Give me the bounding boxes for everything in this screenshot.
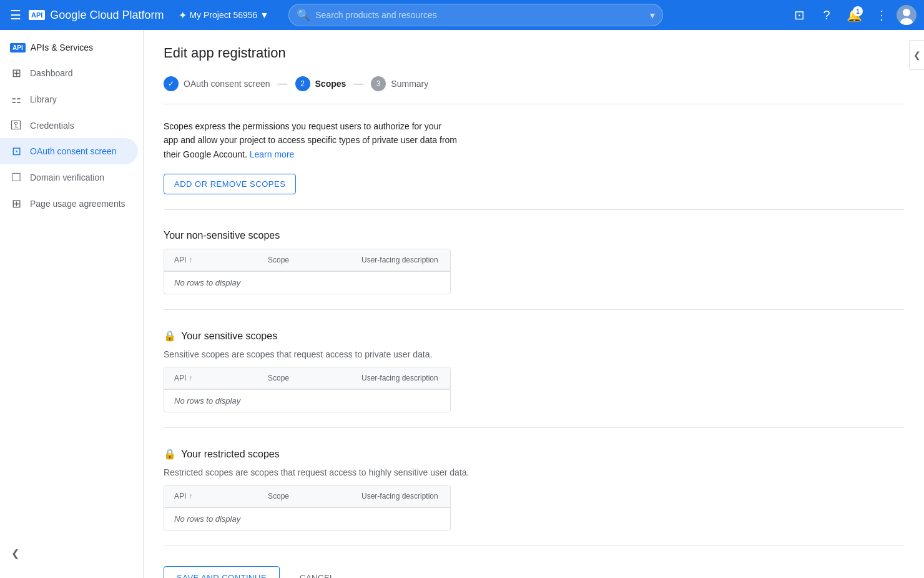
- sidebar-header-label: APIs & Services: [31, 42, 93, 52]
- sidebar-item-label: Domain verification: [30, 172, 104, 182]
- project-dropdown-icon: ▼: [260, 10, 268, 20]
- svg-point-1: [903, 9, 910, 16]
- step-2: 2 Scopes: [295, 76, 346, 91]
- sidebar-item-library[interactable]: ⚏ Library: [0, 86, 138, 112]
- avatar-image: [897, 5, 917, 25]
- dashboard-icon: ⊞: [10, 66, 22, 80]
- action-buttons: SAVE AND CONTINUE CANCEL: [164, 566, 904, 578]
- non-sensitive-table: API ↑ Scope User-facing description No r…: [164, 249, 451, 294]
- sidebar-item-label: Page usage agreements: [30, 199, 125, 209]
- step-3-circle: 3: [371, 76, 386, 91]
- step-3-number: 3: [376, 79, 381, 88]
- col-scope: Scope: [258, 367, 351, 389]
- sidebar-item-label: OAuth consent screen: [30, 146, 117, 156]
- step-1-circle: ✓: [164, 76, 179, 91]
- help-button[interactable]: ?: [814, 2, 839, 27]
- step-2-circle: 2: [295, 76, 310, 91]
- step-divider-2: —: [353, 78, 363, 89]
- credentials-icon: ⚿: [10, 119, 22, 132]
- col-scope: Scope: [258, 249, 351, 271]
- sensitive-section: 🔒 Your sensitive scopes Sensitive scopes…: [164, 330, 904, 428]
- no-rows-message: No rows to display: [164, 390, 450, 412]
- no-rows-message: No rows to display: [164, 272, 450, 294]
- top-navigation: ☰ API Google Cloud Platform ✦ My Project…: [0, 0, 924, 30]
- learn-more-link[interactable]: Learn more: [250, 149, 295, 159]
- menu-icon[interactable]: ☰: [7, 5, 24, 25]
- domain-icon: ☐: [10, 171, 22, 184]
- step-divider-1: —: [278, 78, 288, 89]
- notification-badge: 1: [853, 6, 863, 16]
- page-usage-icon: ⊞: [10, 197, 22, 211]
- step-3-label: Summary: [391, 79, 428, 89]
- sidebar-collapse-button[interactable]: ❮: [5, 543, 25, 563]
- sidebar-item-label: Credentials: [30, 121, 74, 131]
- search-icon: 🔍: [297, 8, 310, 22]
- step-1: ✓ OAuth consent screen: [164, 76, 270, 91]
- search-bar[interactable]: 🔍 ▾: [288, 4, 663, 26]
- step-2-number: 2: [300, 79, 305, 88]
- non-sensitive-section: Your non-sensitive scopes API ↑ Scope Us…: [164, 230, 904, 310]
- col-description: User-facing description: [351, 486, 450, 507]
- step-1-check: ✓: [168, 79, 174, 88]
- restricted-description: Restricted scopes are scopes that reques…: [164, 467, 904, 477]
- step-3: 3 Summary: [371, 76, 428, 91]
- page-title: Edit app registration: [164, 45, 904, 61]
- project-selector[interactable]: ✦ My Project 56956 ▼: [174, 7, 273, 24]
- library-icon: ⚏: [10, 92, 22, 106]
- api-badge: API: [29, 10, 45, 20]
- sidebar: API APIs & Services ⊞ Dashboard ⚏ Librar…: [0, 30, 144, 578]
- sidebar-item-credentials[interactable]: ⚿ Credentials: [0, 112, 138, 138]
- sidebar-api-badge: API: [10, 43, 26, 52]
- app-layout: API APIs & Services ⊞ Dashboard ⚏ Librar…: [0, 30, 924, 578]
- oauth-icon: ⊡: [10, 144, 22, 158]
- table-empty-row: No rows to display: [164, 389, 450, 412]
- sidebar-item-domain-verification[interactable]: ☐ Domain verification: [0, 164, 138, 191]
- stepper: ✓ OAuth consent screen — 2 Scopes — 3 Su…: [164, 76, 904, 104]
- step-1-label: OAuth consent screen: [184, 79, 270, 89]
- sensitive-table: API ↑ Scope User-facing description No r…: [164, 367, 451, 412]
- cancel-button[interactable]: CANCEL: [290, 567, 345, 578]
- sidebar-item-label: Library: [30, 94, 57, 104]
- sidebar-item-dashboard[interactable]: ⊞ Dashboard: [0, 60, 138, 86]
- user-avatar[interactable]: [897, 5, 917, 25]
- table-header: API ↑ Scope User-facing description: [164, 249, 450, 271]
- sort-icon: ↑: [189, 492, 192, 501]
- app-logo: API Google Cloud Platform: [29, 9, 164, 22]
- no-rows-message: No rows to display: [164, 508, 450, 530]
- add-remove-scopes-button[interactable]: ADD OR REMOVE SCOPES: [164, 174, 296, 194]
- table-header: API ↑ Scope User-facing description: [164, 486, 450, 507]
- col-description: User-facing description: [351, 249, 450, 271]
- more-options-button[interactable]: ⋮: [869, 2, 894, 27]
- main-content: Edit app registration ✓ OAuth consent sc…: [144, 30, 924, 578]
- sensitive-lock-icon: 🔒: [164, 330, 176, 342]
- save-and-continue-button[interactable]: SAVE AND CONTINUE: [164, 566, 280, 578]
- nav-actions: ⊡ ? 🔔 1 ⋮: [787, 2, 917, 27]
- restricted-section: 🔒 Your restricted scopes Restricted scop…: [164, 448, 904, 546]
- notification-button[interactable]: 🔔 1: [842, 2, 867, 27]
- col-api[interactable]: API ↑: [164, 486, 258, 507]
- restricted-table: API ↑ Scope User-facing description No r…: [164, 485, 451, 531]
- search-expand-icon: ▾: [650, 9, 655, 21]
- step-2-label: Scopes: [315, 79, 346, 89]
- cloud-shell-button[interactable]: ⊡: [787, 2, 812, 27]
- sidebar-header: API APIs & Services: [0, 35, 143, 60]
- col-description: User-facing description: [351, 367, 450, 389]
- sort-icon: ↑: [189, 374, 192, 382]
- restricted-title: 🔒 Your restricted scopes: [164, 448, 904, 460]
- col-scope: Scope: [258, 486, 351, 507]
- sidebar-item-oauth-consent[interactable]: ⊡ OAuth consent screen: [0, 138, 138, 164]
- project-name: My Project 56956: [189, 10, 257, 20]
- scopes-description: Scopes express the permissions you reque…: [164, 119, 457, 161]
- sort-icon: ↑: [189, 256, 192, 264]
- right-panel-collapse-button[interactable]: ❮: [909, 40, 924, 70]
- col-api[interactable]: API ↑: [164, 367, 258, 389]
- sidebar-item-label: Dashboard: [30, 68, 73, 78]
- non-sensitive-title: Your non-sensitive scopes: [164, 230, 904, 241]
- table-header: API ↑ Scope User-facing description: [164, 367, 450, 389]
- project-icon: ✦: [179, 9, 187, 21]
- sidebar-item-page-usage[interactable]: ⊞ Page usage agreements: [0, 191, 138, 217]
- search-input[interactable]: [315, 10, 645, 20]
- sensitive-title: 🔒 Your sensitive scopes: [164, 330, 904, 342]
- col-api[interactable]: API ↑: [164, 249, 258, 271]
- scopes-intro-section: Scopes express the permissions you reque…: [164, 119, 904, 210]
